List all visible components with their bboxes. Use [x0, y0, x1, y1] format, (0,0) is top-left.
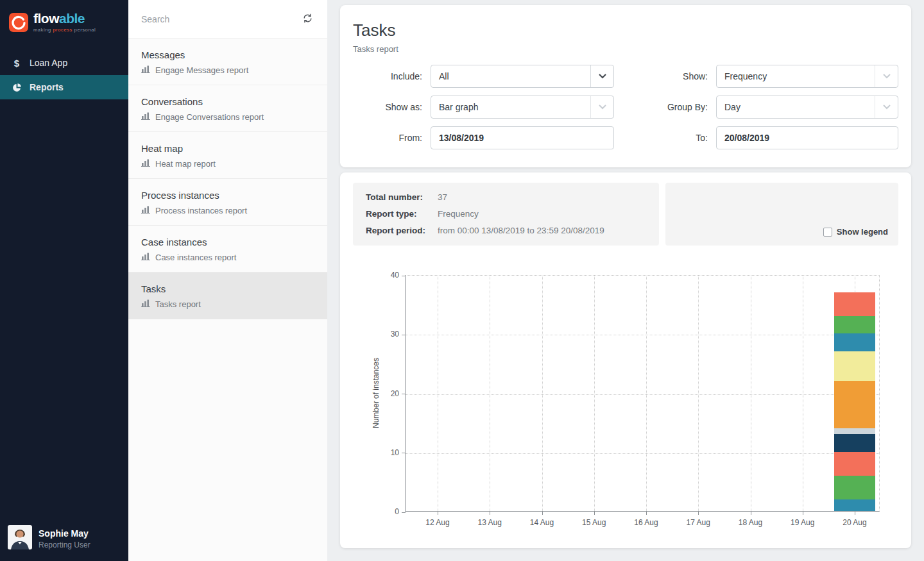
- x-tick-mark: [803, 511, 803, 515]
- report-item-title: Tasks: [141, 283, 314, 294]
- show-legend-checkbox[interactable]: [823, 228, 832, 237]
- x-tick-mark: [751, 511, 751, 515]
- filters-right-column: Show: Frequency Group By: Day To:: [651, 65, 898, 149]
- bar-segment: [834, 351, 875, 381]
- bar-chart-icon: [141, 112, 150, 122]
- frequency-chart: Number of instances 01020304012 Aug13 Au…: [353, 275, 898, 539]
- filters: Include: All Show as: Bar graph From: Sh…: [353, 65, 898, 149]
- report-period-label: Report period:: [366, 222, 428, 239]
- stacked-bar: [834, 292, 875, 511]
- list-item-case-instances[interactable]: Case instances Case instances report: [128, 226, 327, 272]
- x-tick-label: 18 Aug: [725, 518, 776, 527]
- report-type-value: Frequency: [438, 206, 646, 222]
- y-tick-label: 0: [375, 507, 399, 516]
- chevron-down-icon: [875, 96, 898, 118]
- y-tick-mark: [402, 453, 406, 453]
- x-tick-label: 12 Aug: [412, 518, 463, 527]
- bar-segment: [834, 499, 875, 511]
- include-value: All: [439, 71, 590, 81]
- from-label: From:: [353, 133, 422, 143]
- v-gridline: [698, 276, 699, 511]
- y-tick-mark: [402, 512, 406, 513]
- y-tick-label: 40: [375, 271, 399, 280]
- report-item-subtitle: Process instances report: [155, 206, 247, 215]
- report-item-subtitle-row: Process instances report: [141, 206, 314, 215]
- page-title: Tasks: [353, 21, 898, 40]
- show-label: Show:: [651, 71, 708, 81]
- bar-chart-icon: [141, 65, 150, 75]
- bar-segment: [834, 476, 875, 499]
- report-item-subtitle: Engage Messages report: [155, 65, 248, 75]
- bar-chart-icon: [141, 299, 150, 309]
- pie-chart-icon: [12, 83, 22, 92]
- from-date-input[interactable]: [431, 126, 614, 149]
- group-by-select[interactable]: Day: [716, 96, 898, 119]
- h-gridline: [406, 453, 879, 454]
- show-value: Frequency: [724, 71, 875, 81]
- x-tick-mark: [698, 511, 699, 515]
- bar-segment: [834, 381, 875, 428]
- group-by-value: Day: [724, 102, 875, 112]
- user-profile[interactable]: Sophie May Reporting User: [0, 517, 128, 561]
- list-item-heat-map[interactable]: Heat map Heat map report: [128, 132, 327, 179]
- x-tick-label: 15 Aug: [569, 518, 620, 527]
- x-tick-label: 19 Aug: [777, 518, 828, 527]
- bar-segment: [834, 333, 875, 351]
- sidebar-item-label: Loan App: [30, 58, 67, 68]
- show-as-label: Show as:: [353, 102, 422, 112]
- chevron-down-icon: [590, 96, 613, 118]
- report-item-subtitle-row: Heat map report: [141, 159, 314, 169]
- report-period-value: from 00:00 13/08/2019 to 23:59 20/08/201…: [438, 222, 646, 239]
- include-select[interactable]: All: [431, 65, 614, 88]
- show-legend-toggle[interactable]: Show legend: [823, 227, 888, 237]
- main-content: Tasks Tasks report Include: All Show as:…: [327, 0, 924, 561]
- dollar-icon: $: [12, 58, 22, 69]
- group-by-label: Group By:: [651, 102, 708, 112]
- y-tick-mark: [402, 276, 406, 276]
- sidebar-nav: $ Loan App Reports: [0, 51, 128, 99]
- refresh-button[interactable]: [301, 12, 314, 27]
- bar-segment: [834, 428, 875, 434]
- brand-name: flowable: [33, 12, 96, 25]
- report-item-title: Conversations: [141, 96, 314, 107]
- list-item-messages[interactable]: Messages Engage Messages report: [128, 38, 327, 85]
- sidebar-item-reports[interactable]: Reports: [0, 75, 128, 99]
- bar-chart-icon: [141, 253, 150, 262]
- chevron-down-icon: [875, 65, 898, 87]
- total-number-label: Total number:: [366, 189, 428, 206]
- sidebar: flowable making process personal $ Loan …: [0, 0, 128, 561]
- app-window: flowable making process personal $ Loan …: [0, 0, 924, 561]
- y-tick-label: 10: [375, 448, 399, 457]
- bar-segment: [834, 292, 875, 316]
- list-item-conversations[interactable]: Conversations Engage Conversations repor…: [128, 85, 327, 132]
- show-select[interactable]: Frequency: [716, 65, 898, 88]
- y-tick-label: 30: [375, 330, 399, 339]
- sidebar-item-loan-app[interactable]: $ Loan App: [0, 51, 128, 75]
- x-tick-label: 14 Aug: [517, 518, 568, 527]
- x-tick-label: 20 Aug: [829, 518, 880, 527]
- report-item-subtitle: Engage Conversations report: [155, 112, 264, 122]
- report-item-title: Messages: [141, 49, 314, 60]
- to-label: To:: [651, 133, 708, 143]
- show-legend-label: Show legend: [837, 227, 888, 237]
- to-date-input[interactable]: [716, 126, 898, 149]
- bar-segment: [834, 434, 875, 452]
- v-gridline: [803, 276, 803, 511]
- list-item-process-instances[interactable]: Process instances Process instances repo…: [128, 179, 327, 226]
- chevron-down-icon: [590, 65, 613, 87]
- x-tick-label: 17 Aug: [672, 518, 724, 527]
- list-item-tasks[interactable]: Tasks Tasks report: [128, 272, 327, 319]
- v-gridline: [490, 276, 490, 511]
- v-gridline: [542, 276, 543, 511]
- x-tick-mark: [542, 511, 543, 515]
- y-tick-mark: [402, 335, 406, 335]
- total-number-value: 37: [438, 189, 646, 206]
- report-item-title: Heat map: [141, 143, 314, 154]
- user-name: Sophie May: [38, 528, 90, 539]
- include-label: Include:: [353, 71, 422, 81]
- brand-text: flowable making process personal: [33, 12, 96, 33]
- show-as-select[interactable]: Bar graph: [431, 96, 614, 119]
- report-item-subtitle-row: Case instances report: [141, 253, 314, 262]
- search-input[interactable]: [141, 14, 301, 24]
- x-tick-label: 16 Aug: [620, 518, 672, 527]
